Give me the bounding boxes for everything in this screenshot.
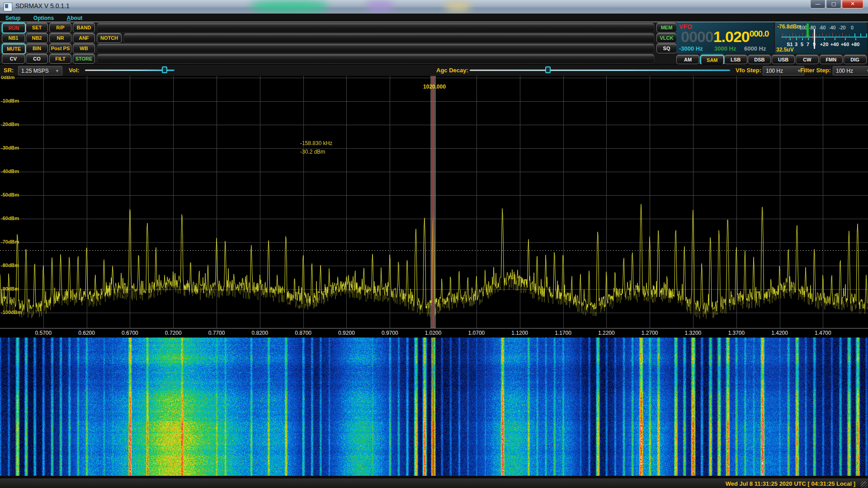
nb1-button[interactable]: NB1	[2, 33, 25, 43]
bin-button[interactable]: BIN	[26, 43, 48, 53]
meter-s-scale-label: +40	[830, 42, 839, 47]
minimize-button[interactable]: —	[810, 0, 826, 9]
notch-button[interactable]: NOTCH	[97, 33, 122, 43]
frequency-tick-label: 1.4700	[815, 330, 831, 336]
vfo-step-select[interactable]: 100 Hz▼	[763, 66, 804, 75]
vfo-step-label: Vfo Step:	[736, 67, 761, 74]
filter-step-select[interactable]: 100 Hz▼	[833, 66, 868, 75]
mode-button-sam[interactable]: SAM	[700, 55, 724, 65]
cv-button[interactable]: CV	[2, 54, 25, 64]
meter-db-scale-label: -20	[839, 25, 845, 30]
meter-red-subtick	[816, 38, 816, 39]
menu-bar: Setup Options About	[0, 14, 868, 22]
nr-button[interactable]: NR	[49, 33, 71, 43]
tuned-frequency-label: 1020.000	[423, 84, 446, 90]
waterfall-display[interactable]	[0, 338, 868, 476]
rp-button[interactable]: R/P	[49, 23, 71, 33]
frequency-tick-label: 1.1700	[555, 330, 571, 336]
meter-s-tick	[802, 38, 803, 40]
meter-s-scale-label: +60	[841, 42, 849, 47]
vfo-step-value: 100 Hz	[766, 68, 783, 74]
mode-button-cw[interactable]: CW	[796, 55, 819, 64]
close-button[interactable]: ✕	[842, 0, 863, 9]
co-button[interactable]: CO	[26, 54, 48, 64]
meter-s-scale-label: +80	[851, 42, 860, 47]
agc-decay-slider[interactable]	[470, 70, 730, 71]
mem-button[interactable]: MEM	[656, 23, 677, 33]
mode-button-dsb[interactable]: DSB	[748, 55, 771, 64]
frequency-tick-label: 0.9700	[382, 330, 398, 336]
status-bar: Wed Jul 8 11:31:25 2020 UTC [ 04:31:25 L…	[0, 479, 868, 488]
agc-decay-label: Agc Decay:	[436, 67, 468, 74]
meter-baseline	[781, 37, 867, 38]
meter-db-scale-label: -100	[798, 25, 807, 30]
glass-blur-decoration	[251, 1, 328, 12]
meter-cyan-tick	[860, 33, 861, 37]
band-button[interactable]: BAND	[73, 23, 95, 33]
mode-button-dig[interactable]: DIG	[844, 55, 867, 64]
meter-red-tick	[793, 33, 793, 37]
maximize-button[interactable]: ▢	[826, 0, 841, 9]
menu-setup[interactable]: Setup	[0, 14, 26, 21]
glass-blur-decoration	[445, 1, 470, 12]
title-bar[interactable]: SDRMAX V 5.0.1.1 — ▢ ✕	[0, 0, 868, 14]
mode-button-fmn[interactable]: FMN	[820, 55, 843, 64]
meter-peak-bar	[814, 29, 815, 49]
meter-s-tick	[824, 38, 825, 40]
meter-cyan-tick	[866, 33, 867, 37]
frequency-tick-label: 0.9200	[338, 330, 355, 336]
mode-button-am[interactable]: AM	[676, 55, 699, 64]
spectrum-db-label: -40dBm	[1, 169, 19, 174]
meter-db-scale-label: -40	[829, 25, 835, 30]
menu-about[interactable]: About	[61, 14, 88, 21]
meter-red-tick	[783, 33, 783, 37]
spectrum-canvas[interactable]	[0, 76, 868, 328]
chevron-down-icon: ▼	[55, 69, 59, 73]
frequency-tick-label: 1.2200	[598, 330, 615, 336]
volume-slider-handle[interactable]	[162, 66, 167, 73]
wb-button[interactable]: WB	[73, 43, 95, 53]
postps-button[interactable]: Post PS	[49, 43, 71, 53]
vol-label: Vol:	[69, 67, 80, 74]
mode-button-lsb[interactable]: LSB	[724, 55, 747, 64]
meter-s-tick	[796, 38, 797, 40]
filter-low-readout: -3000 Hz	[679, 45, 703, 52]
mode-button-usb[interactable]: USB	[772, 55, 795, 64]
vlck-button[interactable]: VLCK	[656, 33, 677, 43]
sample-rate-value: 1.25 MSPS	[21, 68, 49, 74]
frequency-tick-label: 0.6700	[122, 330, 138, 336]
frequency-tick-label: 0.7700	[208, 330, 225, 336]
anf-button[interactable]: ANF	[73, 33, 95, 43]
run-button[interactable]: RUN	[2, 23, 26, 33]
meter-s-tick	[855, 38, 856, 40]
menu-options[interactable]: Options	[28, 14, 59, 21]
store-button[interactable]: STORE	[73, 54, 95, 64]
frequency-axis: 0.57000.62000.67000.72000.77000.82000.87…	[0, 328, 868, 338]
sample-rate-select[interactable]: 1.25 MSPS▼	[18, 66, 62, 75]
nb2-button[interactable]: NB2	[26, 33, 48, 43]
frequency-tick-label: 1.3200	[685, 330, 702, 336]
resize-grip-icon[interactable]	[861, 481, 867, 488]
sq-button[interactable]: SQ	[656, 43, 677, 53]
spectrum-db-label: -80dBm	[1, 263, 19, 268]
waterfall-canvas[interactable]	[0, 338, 868, 476]
toolbar: SR: 1.25 MSPS▼ Vol: Agc Decay: Vfo Step:…	[0, 64, 868, 77]
meter-s-tick	[835, 38, 835, 40]
meter-s-scale-label: 7	[807, 42, 809, 47]
vfo-display[interactable]: VFO 00001.020000.0 -3000 Hz 3000 Hz 6000…	[676, 22, 774, 54]
meter-red-tick	[832, 33, 833, 37]
filt-button[interactable]: FILT	[49, 54, 71, 64]
frequency-tick-label: 0.8200	[251, 330, 268, 336]
frequency-tick-label: 0.8700	[295, 330, 311, 336]
mute-button[interactable]: MUTE	[2, 43, 26, 54]
meter-red-subtick	[812, 38, 813, 39]
sdrmax-window: SDRMAX V 5.0.1.1 — ▢ ✕ Setup Options Abo…	[0, 0, 868, 488]
volume-slider[interactable]	[85, 70, 175, 71]
frequency-readout[interactable]: 00001.020000.0	[681, 28, 769, 46]
frequency-main-digits: 1.020	[713, 28, 750, 46]
agc-decay-slider-handle[interactable]	[545, 66, 551, 73]
set-button[interactable]: SET	[26, 23, 48, 33]
spectrum-display[interactable]: 0dBm-10dBm-20dBm-30dBm-40dBm-50dBm-60dBm…	[0, 76, 868, 328]
filter-high-readout: 6000 Hz	[744, 45, 766, 52]
meter-s-tick	[790, 38, 791, 40]
